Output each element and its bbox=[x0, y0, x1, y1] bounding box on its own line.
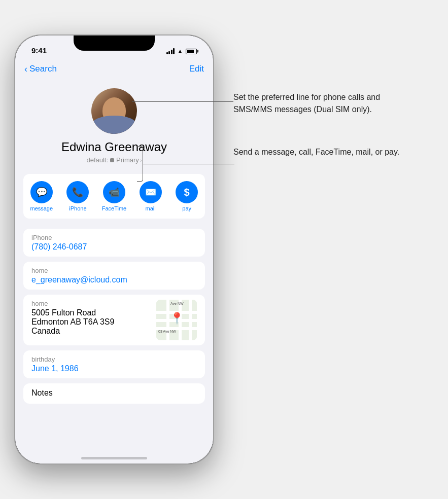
phone-row[interactable]: iPhone (780) 246-0687 bbox=[31, 229, 197, 257]
mail-button[interactable]: ✉️ mail bbox=[135, 181, 166, 211]
birthday-label: birthday bbox=[31, 355, 197, 363]
facetime-icon: 📹 bbox=[103, 181, 125, 203]
birthday-row[interactable]: birthday June 1, 1986 bbox=[31, 350, 197, 378]
birthday-value: June 1, 1986 bbox=[31, 364, 197, 373]
sim-dot-icon bbox=[110, 158, 114, 162]
scene: 9:41 ▲ ‹ Sea bbox=[0, 0, 448, 499]
avatar bbox=[91, 88, 137, 134]
contact-name: Edwina Greenaway bbox=[61, 140, 167, 154]
signal-icon bbox=[166, 48, 175, 54]
nav-bar: ‹ Search Edit bbox=[15, 58, 213, 80]
map-street-label: Ave NW bbox=[170, 302, 184, 305]
map-road bbox=[166, 300, 169, 340]
chevron-left-icon: ‹ bbox=[24, 64, 27, 75]
birthday-section: birthday June 1, 1986 bbox=[23, 350, 205, 378]
screen-content[interactable]: Edwina Greenaway default: Primary › 💬 bbox=[15, 80, 213, 446]
status-icons: ▲ bbox=[166, 48, 201, 55]
mail-label: mail bbox=[145, 205, 155, 211]
phone-label: iPhone bbox=[69, 205, 86, 211]
email-section: home e_greenaway@icloud.com bbox=[23, 262, 205, 290]
notes-row[interactable]: Notes bbox=[31, 383, 197, 404]
message-label: message bbox=[30, 205, 53, 211]
email-value[interactable]: e_greenaway@icloud.com bbox=[31, 275, 197, 284]
annotation-actions-text: Send a message, call, FaceTime, mail, or… bbox=[233, 146, 416, 158]
action-buttons-bar: 💬 message 📞 iPhone 📹 FaceTime ✉️ mail bbox=[23, 174, 205, 219]
address-line2: Edmonton AB T6A 3S9 bbox=[31, 317, 151, 327]
map-background: Ave NW 03 Ave NW 📍 bbox=[156, 300, 197, 340]
annotation-bracket bbox=[137, 146, 143, 182]
annotation-line-1 bbox=[132, 101, 233, 102]
back-label: Search bbox=[29, 64, 57, 74]
notes-section: Notes bbox=[23, 383, 205, 404]
battery-icon bbox=[186, 49, 197, 54]
facetime-label: FaceTime bbox=[102, 205, 127, 211]
notes-label: Notes bbox=[31, 388, 197, 398]
pay-label: pay bbox=[182, 205, 191, 211]
phone-icon: 📞 bbox=[66, 181, 89, 203]
address-row[interactable]: home 5005 Fulton Road Edmonton AB T6A 3S… bbox=[31, 295, 197, 345]
email-label: home bbox=[31, 267, 197, 274]
phone-button[interactable]: 📞 iPhone bbox=[62, 181, 93, 211]
annotation-dual-sim-text: Set the preferred line for phone calls a… bbox=[233, 91, 416, 116]
annotation-dual-sim: Set the preferred line for phone calls a… bbox=[233, 91, 431, 116]
avatar-image bbox=[91, 88, 137, 134]
annotation-line-2 bbox=[143, 164, 234, 164]
annotation-area: Set the preferred line for phone calls a… bbox=[233, 91, 431, 158]
message-icon: 💬 bbox=[30, 181, 53, 203]
annotation-actions: Send a message, call, FaceTime, mail, or… bbox=[233, 146, 431, 158]
iphone-device: 9:41 ▲ ‹ Sea bbox=[15, 35, 213, 464]
home-indicator bbox=[81, 457, 147, 459]
message-button[interactable]: 💬 message bbox=[26, 181, 57, 211]
pay-button[interactable]: $ pay bbox=[171, 181, 202, 211]
address-label: home bbox=[31, 300, 151, 307]
map-road bbox=[189, 300, 192, 340]
facetime-button[interactable]: 📹 FaceTime bbox=[99, 181, 129, 211]
address-line1: 5005 Fulton Road bbox=[31, 308, 151, 317]
phone-label: iPhone bbox=[31, 234, 197, 241]
map-pin-icon: 📍 bbox=[170, 312, 184, 325]
mail-icon: ✉️ bbox=[140, 181, 162, 203]
default-label: default: bbox=[86, 156, 108, 164]
address-text: home 5005 Fulton Road Edmonton AB T6A 3S… bbox=[31, 300, 151, 336]
primary-label: Primary bbox=[116, 156, 139, 164]
phone-section: iPhone (780) 246-0687 bbox=[23, 229, 205, 257]
wifi-icon: ▲ bbox=[177, 48, 183, 55]
map-thumbnail[interactable]: Ave NW 03 Ave NW 📍 bbox=[156, 300, 197, 340]
contact-header: Edwina Greenaway default: Primary › bbox=[15, 80, 213, 174]
address-section: home 5005 Fulton Road Edmonton AB T6A 3S… bbox=[23, 295, 205, 345]
notch bbox=[74, 35, 155, 51]
map-street-label: 03 Ave NW bbox=[158, 330, 176, 333]
status-time: 9:41 bbox=[27, 46, 47, 55]
default-line[interactable]: default: Primary › bbox=[86, 156, 142, 164]
iphone-screen: 9:41 ▲ ‹ Sea bbox=[15, 35, 213, 464]
email-row[interactable]: home e_greenaway@icloud.com bbox=[31, 262, 197, 290]
edit-button[interactable]: Edit bbox=[189, 64, 204, 74]
back-button[interactable]: ‹ Search bbox=[24, 64, 57, 75]
phone-value[interactable]: (780) 246-0687 bbox=[31, 242, 197, 252]
address-line3: Canada bbox=[31, 327, 151, 336]
pay-icon: $ bbox=[176, 181, 198, 203]
